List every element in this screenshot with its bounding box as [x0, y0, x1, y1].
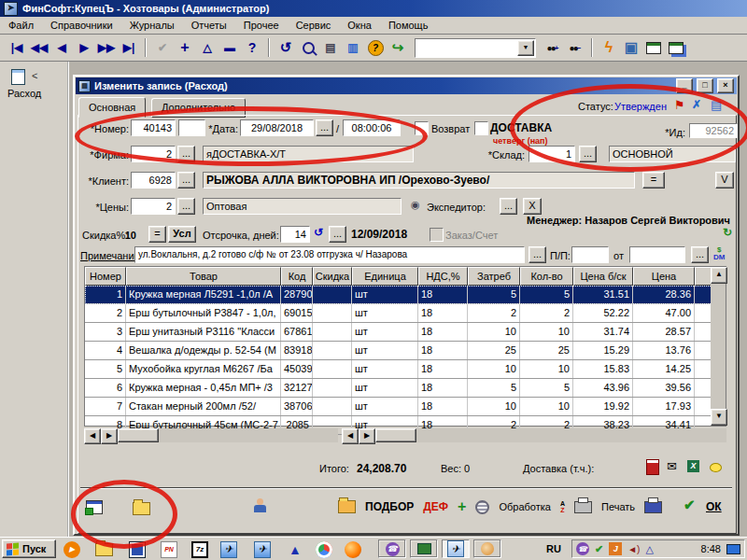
add-record-icon[interactable]: + [174, 37, 196, 58]
table-row[interactable]: 2Ерш бутылочный Р3847 - 1,0л,69015шт1822… [85, 304, 726, 323]
journal-icon[interactable] [127, 540, 148, 558]
deferral-days-field[interactable]: 14 [280, 226, 310, 243]
client-v-button[interactable]: V [715, 172, 734, 189]
java-tray-icon[interactable]: J [609, 542, 622, 555]
seven-zip-icon[interactable]: 7z [190, 540, 210, 558]
status-oval-icon[interactable] [710, 463, 722, 474]
maximize-button[interactable]: □ [697, 78, 713, 93]
undo-icon[interactable]: ↺ [275, 37, 297, 58]
header-cell[interactable]: Номер [85, 267, 126, 286]
notepad-icon[interactable]: PN [159, 540, 179, 558]
ok-check-icon[interactable]: ✔ [684, 497, 696, 513]
table-row[interactable]: 4Вешалка д/одежды р. 52-54 (М83918шт1825… [85, 342, 726, 360]
tray-triangle-icon[interactable]: △ [645, 543, 653, 555]
deferral-refresh-icon[interactable]: ↺ [314, 226, 323, 239]
copy-colored-icon[interactable]: ▥ [342, 37, 364, 58]
client-code-field[interactable]: 6928 [131, 172, 176, 189]
time-field[interactable]: 08:00:06 [343, 119, 401, 136]
note-field[interactable]: ул.Воклальня, д.2 готово с/ф № от 23.08 … [134, 246, 525, 263]
viber-app-button[interactable]: ☎ [378, 539, 406, 558]
open-folder-icon[interactable] [133, 502, 150, 517]
delta-app-icon[interactable]: ▲ [285, 540, 305, 558]
warehouse-lookup-button[interactable]: ... [579, 146, 597, 162]
paint-app-button[interactable] [473, 539, 501, 558]
search-icon[interactable] [297, 37, 319, 58]
folder-shortcut-icon[interactable] [93, 540, 114, 558]
calculator-icon[interactable] [646, 459, 659, 477]
menu-help[interactable]: Помощь [380, 19, 437, 32]
firefox-icon[interactable] [343, 540, 363, 558]
header-cell[interactable]: Скидка [313, 267, 352, 286]
table-row[interactable]: 1Кружка мерная Л5291 -1,0л /А28790шт1855… [85, 286, 726, 304]
discount-equal-button[interactable]: = [148, 226, 166, 243]
payment-lookup-button[interactable]: ... [691, 246, 709, 263]
table-row[interactable]: 5Мухобойка круглая М6267 /Ба45039шт18101… [85, 360, 726, 379]
note-lookup-button[interactable]: ... [529, 246, 546, 263]
date-field[interactable]: 29/08/2018 [240, 119, 314, 136]
app-plane-icon-2[interactable]: ✈ [252, 540, 273, 558]
header-cell[interactable]: Товар [126, 267, 281, 286]
menu-journals[interactable]: Журналы [121, 19, 183, 32]
status-document-icon[interactable]: ▤ [711, 98, 722, 112]
menu-reports[interactable]: Отчеты [183, 19, 235, 32]
confirm-icon[interactable]: ✔ [151, 37, 174, 58]
warehouse-code-field[interactable]: 1 [529, 146, 575, 162]
language-indicator[interactable]: RU [546, 543, 561, 554]
mail-icon[interactable]: ✉ [667, 459, 677, 473]
client-equal-button[interactable]: = [642, 172, 665, 189]
media-player-icon[interactable]: ▶ [62, 540, 82, 558]
header-cell[interactable]: Цена [633, 267, 695, 286]
header-cell[interactable]: Цена б/ск [573, 267, 633, 286]
number-suffix-field[interactable] [178, 119, 205, 136]
delivery-checkbox[interactable] [474, 121, 488, 135]
ok-button[interactable]: ОК [706, 500, 722, 513]
printer-alt-icon[interactable] [644, 501, 662, 513]
status-value[interactable]: Утвержден [614, 99, 667, 114]
chrome-icon[interactable] [314, 540, 334, 558]
processing-button[interactable]: Обработка [499, 501, 550, 512]
sort-az-icon[interactable]: AZ [560, 500, 565, 513]
header-cell[interactable]: Код [281, 267, 313, 286]
close-button[interactable]: × [717, 78, 734, 93]
add-row-icon[interactable]: + [458, 498, 466, 515]
person-icon[interactable] [254, 498, 266, 515]
manager-refresh-icon[interactable]: ↻ [723, 226, 732, 239]
side-panel-label[interactable]: Расход [7, 88, 41, 99]
return-checkbox[interactable] [415, 121, 429, 135]
nav-last-button[interactable]: ▶| [118, 37, 140, 58]
payment-order-field[interactable] [571, 246, 609, 263]
processing-icon[interactable] [475, 500, 489, 514]
new-window-icon[interactable] [642, 37, 665, 58]
date-picker-button[interactable]: ... [316, 119, 333, 136]
printer-icon[interactable] [574, 501, 592, 513]
table-row[interactable]: 7Стакан мерный 200мл /52/38706шт18101019… [85, 398, 726, 416]
nav-next-button[interactable]: ▶ [73, 37, 95, 58]
header-cell[interactable]: Затреб [468, 267, 520, 286]
def-button[interactable]: ДЕФ [423, 500, 448, 513]
edit-record-icon[interactable]: △ [196, 37, 218, 58]
scroll-right-icon[interactable]: ▶ [359, 428, 375, 444]
prices-lookup-button[interactable]: ... [177, 198, 195, 215]
nav-first-button[interactable]: |◀ [6, 37, 28, 58]
quick-search-combobox[interactable]: ▼ [415, 38, 536, 58]
viber-tray-icon[interactable]: ☎ [576, 542, 589, 555]
excel-export-icon[interactable]: X [687, 459, 699, 472]
laptop-app-button[interactable] [410, 539, 438, 558]
start-button[interactable]: Пуск [2, 539, 56, 558]
delete-record-icon[interactable]: ▬ [218, 37, 241, 58]
firm-code-field[interactable]: 2 [131, 146, 176, 162]
menu-service[interactable]: Сервис [288, 19, 340, 32]
minimize-button[interactable]: _ [676, 78, 693, 93]
h-scrollbar-left[interactable]: ◀ ▶ [84, 428, 338, 442]
podbor-folder-icon[interactable] [338, 500, 356, 513]
prices-code-field[interactable]: 2 [131, 198, 176, 215]
menu-windows[interactable]: Окна [339, 19, 380, 32]
header-cell[interactable]: Кол-во [520, 267, 573, 286]
print-button[interactable]: Печать [601, 501, 635, 512]
find-plus-icon[interactable]: ●●+ [542, 37, 564, 58]
vertical-scrollbar[interactable]: ▲ ▼ [711, 267, 726, 426]
header-cell[interactable]: Единица [352, 267, 418, 286]
number-field[interactable]: 40143 [131, 119, 176, 136]
monitor-tray-icon[interactable] [726, 544, 740, 554]
nav-prev-button[interactable]: ◀ [50, 37, 73, 58]
